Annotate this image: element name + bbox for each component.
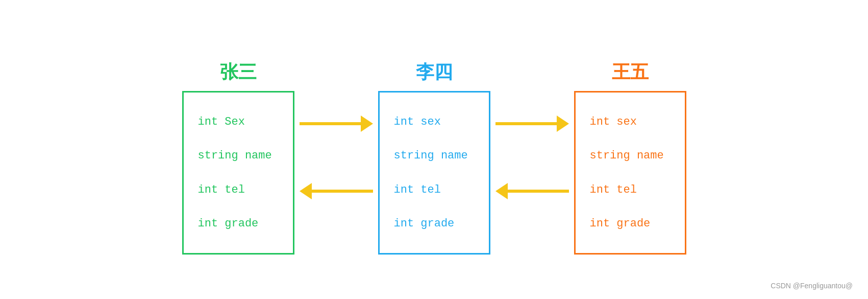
arrow-right-2 [495,116,569,132]
zhangsan-column: 张三 int Sex string name int tel int grade [182,60,294,255]
arrow-shaft-1 [300,122,361,125]
wangwu-title: 王五 [612,60,649,85]
arrow-head-left-2 [495,183,508,199]
arrow-left-2 [495,183,569,199]
lisi-box: int sex string name int tel int grade [378,91,490,255]
lisi-item-4: int grade [394,210,475,238]
lisi-item-2: string name [394,142,475,170]
lisi-title: 李四 [416,60,453,85]
zhangsan-title: 张三 [220,60,257,85]
arrows-zhangsan-lisi [300,76,373,239]
arrow-shaft-4 [508,190,569,193]
wangwu-item-1: int sex [590,108,671,136]
zhangsan-item-4: int grade [198,210,279,238]
arrow-shaft-3 [495,122,557,125]
lisi-column: 李四 int sex string name int tel int grade [378,60,490,255]
diagram-container: 张三 int Sex string name int tel int grade [0,0,868,299]
zhangsan-item-2: string name [198,142,279,170]
arrow-shaft-2 [312,190,373,193]
wangwu-column: 王五 int sex string name int tel int grade [574,60,686,255]
arrow-right-1 [300,116,373,132]
arrow-left-1 [300,183,373,199]
wangwu-item-4: int grade [590,210,671,238]
lisi-item-3: int tel [394,176,475,204]
zhangsan-box: int Sex string name int tel int grade [182,91,294,255]
layout-row: 张三 int Sex string name int tel int grade [182,60,686,255]
arrow-head-right-2 [557,116,569,132]
arrows-lisi-wangwu [495,76,569,239]
wangwu-item-2: string name [590,142,671,170]
watermark: CSDN @Fengliguantou@ [771,282,853,290]
zhangsan-item-3: int tel [198,176,279,204]
arrow-head-left-1 [300,183,312,199]
wangwu-box: int sex string name int tel int grade [574,91,686,255]
wangwu-item-3: int tel [590,176,671,204]
zhangsan-item-1: int Sex [198,108,279,136]
lisi-item-1: int sex [394,108,475,136]
arrow-head-right-1 [361,116,373,132]
